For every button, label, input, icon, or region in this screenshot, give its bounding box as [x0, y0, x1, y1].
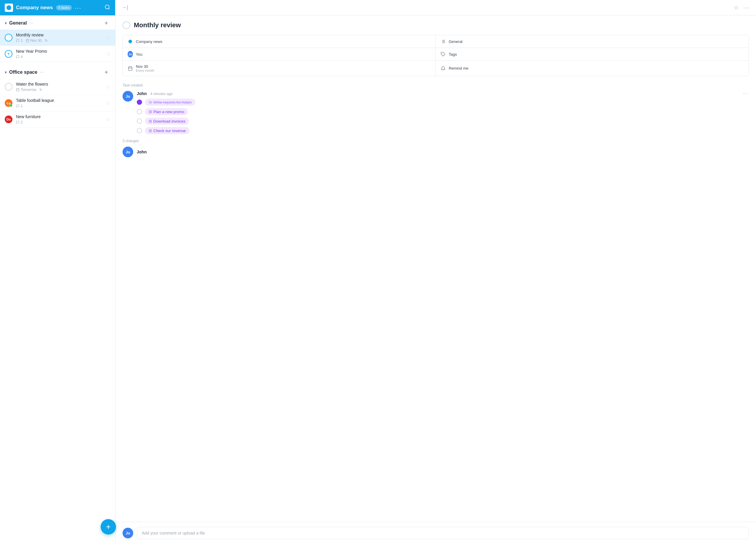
activity-header-john: John 4 minutes ago ··· [137, 91, 749, 96]
header-left: Company news 5 tasks ··· [5, 4, 81, 12]
detail-checkbox[interactable] [123, 21, 130, 29]
task-item-table-football[interactable]: Lu Table football league 1 ☆ [0, 95, 115, 111]
office-space-group-add-button[interactable]: + [102, 68, 110, 76]
general-group-add-button[interactable]: + [102, 19, 110, 27]
tags-icon [440, 51, 446, 57]
checklist: ⊙ Write reports for Adam ⊙ Plan a new pr… [137, 99, 749, 134]
project-color-icon [128, 39, 133, 44]
left-header: Company news 5 tasks ··· [0, 0, 115, 15]
task-comments-count-promo: 4 [16, 55, 23, 59]
detail-field-section[interactable]: General [436, 35, 749, 48]
task-star-table-football[interactable]: ☆ [106, 100, 110, 106]
svg-rect-2 [26, 39, 29, 42]
office-space-collapse-icon[interactable]: ▾ [5, 70, 7, 75]
task-checkbox-monthly-review[interactable] [5, 34, 12, 41]
activity-author-name: John [137, 91, 147, 96]
project-label: Company news [136, 39, 163, 44]
detail-fields-grid: Company news General Jo You [123, 35, 749, 76]
check-circle-3[interactable] [137, 128, 142, 133]
svg-line-1 [109, 8, 110, 9]
tag-icon-0: ⊙ [149, 100, 152, 104]
check-tag-0: ⊙ Write reports for Adam [145, 99, 195, 106]
task-item-water-flowers[interactable]: Water the flowers Tomorrow ↻ ☆ [0, 79, 115, 95]
task-star-new-furniture[interactable]: ☆ [106, 117, 110, 122]
task-content-table-football: Table football league 1 [16, 98, 103, 108]
right-header: →| ☆ ··· [115, 0, 756, 15]
task-checkbox-new-furniture[interactable]: Do [5, 115, 12, 123]
detail-star-button[interactable]: ☆ [734, 4, 739, 11]
left-panel: Company news 5 tasks ··· ▾ General ··· + [0, 0, 115, 544]
detail-title-row: Monthly review [123, 21, 749, 29]
recurrence-label: Every month [136, 69, 154, 72]
collapse-panel-button[interactable]: →| [121, 4, 128, 11]
task-comments-count: 1 [16, 38, 23, 43]
check-tag-3: ⊙ Check our revenue [145, 127, 189, 134]
general-group-title: General [9, 20, 27, 26]
task-item-new-furniture[interactable]: Do New furniture 2 ☆ [0, 111, 115, 128]
checklist-item-0: ⊙ Write reports for Adam [137, 99, 749, 106]
svg-point-0 [105, 5, 109, 9]
general-group-more-button[interactable]: ··· [29, 20, 33, 26]
search-filter-button[interactable] [104, 4, 110, 12]
task-checkbox-water-flowers[interactable] [5, 83, 12, 91]
header-more-button[interactable]: ··· [75, 4, 82, 11]
detail-more-button[interactable]: ··· [743, 4, 750, 11]
task-title-monthly-review: Monthly review [16, 33, 103, 37]
activity-avatar-john: Jo [123, 91, 133, 102]
detail-field-remind[interactable]: Remind me [436, 61, 749, 76]
second-activity-item: Jo John [123, 146, 749, 157]
task-due-tomorrow: Tomorrow [16, 88, 36, 92]
task-comments-new-furniture: 2 [16, 120, 23, 124]
task-star-new-year-promo[interactable]: ☆ [106, 51, 110, 57]
svg-rect-6 [17, 88, 19, 91]
checklist-item-2: ⊙ Download invoices [137, 117, 749, 125]
check-tag-2: ⊙ Download invoices [145, 117, 189, 125]
activity-more-button[interactable]: ··· [743, 91, 749, 96]
task-recurring-icon: ↻ [45, 38, 48, 43]
checklist-item-3: ⊙ Check our revenue [137, 127, 749, 134]
general-group-header: ▾ General ··· + [0, 15, 115, 30]
task-meta-new-furniture: 2 [16, 120, 103, 124]
task-content-new-year-promo: New Year Promo 4 [16, 49, 103, 59]
activity-time: 4 minutes ago [150, 92, 173, 96]
check-circle-2[interactable] [137, 118, 142, 124]
online-indicator [9, 104, 12, 107]
remind-label: Remind me [449, 66, 468, 70]
task-content-monthly-review: Monthly review 1 Nov 30 ↻ [16, 33, 103, 43]
add-task-fab[interactable]: + [101, 519, 116, 535]
detail-field-project[interactable]: Company news [123, 35, 436, 48]
detail-field-due[interactable]: Nov 30 Every month [123, 61, 436, 76]
task-recurring-flowers: ↻ [39, 88, 42, 92]
assignee-label: You [136, 52, 142, 57]
app-logo [5, 4, 13, 12]
tag-icon-3: ⊙ [149, 128, 152, 133]
detail-field-tags[interactable]: Tags [436, 48, 749, 61]
task-item-new-year-promo[interactable]: + New Year Promo 4 ☆ [0, 46, 115, 62]
task-star-water-flowers[interactable]: ☆ [106, 84, 110, 90]
task-meta-new-year-promo: 4 [16, 55, 103, 59]
task-content-new-furniture: New furniture 2 [16, 114, 103, 124]
task-title-new-year-promo: New Year Promo [16, 49, 103, 54]
remind-icon [440, 66, 446, 71]
task-list: ▾ General ··· + Monthly review 1 Nov 30 [0, 15, 115, 544]
task-title-new-furniture: New furniture [16, 114, 103, 119]
task-checkbox-table-football[interactable]: Lu [5, 99, 12, 107]
check-circle-0[interactable] [137, 99, 142, 105]
check-circle-1[interactable] [137, 109, 142, 114]
general-collapse-icon[interactable]: ▾ [5, 21, 7, 25]
right-panel: →| ☆ ··· Monthly review Company news [115, 0, 756, 544]
office-space-group-more-button[interactable]: ··· [40, 70, 44, 75]
comment-input-field[interactable]: Add your comment or upload a file [137, 527, 749, 539]
task-item-monthly-review[interactable]: Monthly review 1 Nov 30 ↻ ☆ [0, 30, 115, 46]
assignee-icon: Jo [128, 51, 133, 57]
task-meta-water-flowers: Tomorrow ↻ [16, 88, 103, 92]
due-date-value: Nov 30 [136, 64, 154, 69]
task-star-monthly-review[interactable]: ☆ [106, 35, 110, 41]
right-content: Monthly review Company news General [115, 15, 756, 522]
check-tag-1: ⊙ Plan a new promo [145, 108, 188, 115]
checklist-item-1: ⊙ Plan a new promo [137, 108, 749, 115]
changes-label: 3 changes [123, 139, 749, 143]
detail-field-assignee[interactable]: Jo You [123, 48, 436, 61]
svg-rect-17 [128, 67, 132, 70]
task-checkbox-new-year-promo[interactable]: + [5, 50, 12, 58]
